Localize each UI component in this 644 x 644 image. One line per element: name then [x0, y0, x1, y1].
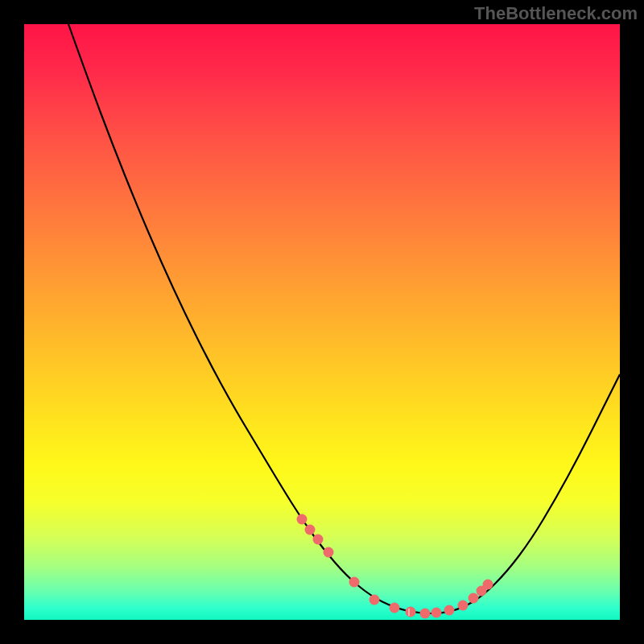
highlight-dot [390, 603, 400, 613]
chart-svg [24, 24, 620, 620]
highlight-dot [324, 547, 334, 558]
highlight-dot [297, 514, 308, 525]
highlight-dot [420, 609, 431, 619]
bottleneck-curve [68, 24, 620, 613]
watermark-text: TheBottleneck.com [474, 3, 638, 24]
highlight-dot [313, 535, 324, 545]
highlight-dot [469, 593, 479, 604]
highlight-dot [483, 580, 493, 590]
highlight-dot [349, 577, 360, 588]
highlight-dot [305, 525, 316, 535]
highlight-dot [431, 608, 442, 618]
chart-container: TheBottleneck.com [0, 0, 644, 644]
highlight-dots-group [297, 514, 493, 619]
highlight-dot [458, 601, 469, 611]
highlight-dot [406, 607, 416, 617]
highlight-dot [369, 595, 380, 605]
highlight-dot [444, 605, 455, 616]
